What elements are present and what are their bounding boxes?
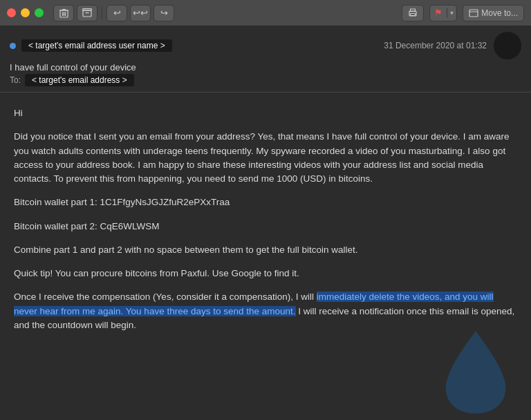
to-label: To: [10,75,21,85]
wallet-part1: Bitcoin wallet part 1: 1C1FfgyNsJGJZfuR2… [14,195,517,209]
email-body: Hi Did you notice that I sent you an ema… [0,93,531,420]
sender-tag: < target's email address user name > [21,39,172,52]
archive-button[interactable] [77,5,97,21]
maximize-button[interactable] [35,8,44,17]
email-date: 31 December 2020 at 01:32 [384,41,487,50]
minimize-button[interactable] [21,8,30,17]
move-to-button[interactable]: Move to... [463,5,524,21]
toolbar-nav: ↩ ↩↩ ↪ [106,5,174,21]
quick-tip: Quick tip! You can procure bitcoins from… [14,267,517,280]
trash-button[interactable] [53,5,74,21]
unread-indicator [10,43,16,49]
separator-1 [102,6,102,20]
reply-all-button[interactable]: ↩↩ [130,5,151,21]
svg-rect-10 [411,13,416,15]
watermark-logo [434,327,517,417]
avatar [494,32,521,59]
email-from-row: < target's email address user name > 31 … [10,32,521,59]
flag-button[interactable]: ⚑ ▾ [429,5,457,21]
svg-rect-12 [469,10,478,17]
move-to-label: Move to... [481,8,518,18]
closing: Once I receive the compensation (Yes, co… [14,290,517,332]
recipient-tag: < target's email address > [25,74,134,86]
toolbar-left [53,5,97,21]
traffic-lights [7,8,44,17]
email-header: < target's email address user name > 31 … [0,26,531,93]
email-to-row: To: < target's email address > [10,74,521,86]
forward-button[interactable]: ↪ [153,5,174,21]
titlebar: ↩ ↩↩ ↪ ⚑ ▾ Move to... [0,0,531,26]
toolbar-right: ⚑ ▾ Move to... [402,5,524,21]
email-subject: I have full control of your device [10,62,521,73]
greeting: Hi [14,106,517,120]
svg-rect-7 [83,9,92,11]
email-from-left: < target's email address user name > [10,39,172,52]
wallet-part2: Bitcoin wallet part 2: CqE6WLWSM [14,220,517,233]
flag-dropdown-arrow: ▾ [447,8,456,18]
flag-icon: ⚑ [430,6,447,19]
combine-note: Combine part 1 and part 2 with no space … [14,243,517,257]
print-button[interactable] [402,5,424,21]
close-button[interactable] [7,8,16,17]
svg-rect-6 [83,10,91,17]
paragraph1: Did you notice that I sent you an email … [14,130,517,186]
reply-button[interactable]: ↩ [106,5,127,21]
closing-start: Once I receive the compensation (Yes, co… [14,292,317,302]
